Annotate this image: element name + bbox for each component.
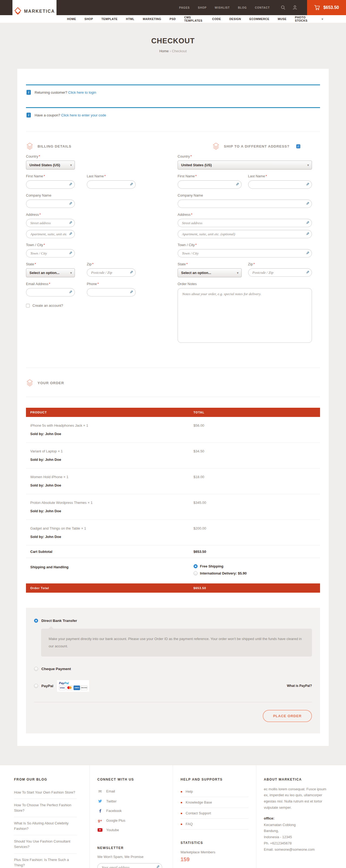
cart-button[interactable]: $653.50 [307, 0, 346, 15]
billing-zip-input[interactable] [87, 268, 136, 277]
email-link[interactable]: ✉ Email [97, 786, 165, 797]
order-notes-textarea[interactable] [178, 288, 312, 343]
top-nav-contact[interactable]: CONTACT [255, 6, 270, 9]
subnav-html[interactable]: HTML [126, 17, 134, 21]
twitter-link[interactable]: Twitter [97, 797, 165, 806]
user-icon[interactable] [292, 5, 297, 10]
radio-selected-icon[interactable] [34, 619, 38, 623]
international-delivery-option[interactable]: International Delivery: $5.90 [194, 571, 316, 575]
layers-icon [212, 143, 220, 150]
shipping-state-select[interactable]: Select an option... ▼ [178, 268, 242, 277]
billing-company-input[interactable] [26, 199, 75, 208]
breadcrumb-separator: › [170, 49, 171, 53]
subnav-template[interactable]: TEMPLATE [101, 17, 117, 21]
top-nav-wishlist[interactable]: WISHLIST [215, 6, 230, 9]
mastercard-icon [66, 685, 73, 690]
subnav-cms-templates[interactable]: CMS TEMPLATES [184, 16, 204, 22]
subnav-design[interactable]: DESIGN [229, 17, 241, 21]
billing-last-name-input[interactable] [87, 180, 136, 189]
google-plus-link[interactable]: g+ Google Plus [97, 816, 165, 825]
subnav-muse[interactable]: MUSE [278, 17, 286, 21]
subnav-shop[interactable]: SHOP [84, 17, 93, 21]
billing-first-name-input[interactable] [26, 180, 75, 189]
brand-logo[interactable]: MARKETICA [12, 0, 57, 23]
youtube-link[interactable]: Youtube [97, 825, 165, 835]
blog-post-link[interactable]: How To Choose The Perfect Fashion Store? [14, 799, 77, 817]
subnav-code[interactable]: CODE [212, 17, 221, 21]
zip-label: Zip* [87, 262, 136, 266]
contact-support-link[interactable]: ▪Contact Support [180, 808, 248, 819]
required-mark: * [39, 213, 41, 217]
top-nav-blog[interactable]: BLOG [238, 6, 247, 9]
help-link[interactable]: ▪Help [180, 786, 248, 797]
info-icon: i [27, 90, 31, 95]
product-name: iPhone 5s with Headphones Jack × 1 [30, 424, 185, 428]
login-link[interactable]: Click here to login [68, 90, 96, 94]
billing-apartment-input[interactable] [26, 230, 75, 238]
your-order-section: YOUR ORDER PRODUCT TOTAL iPhone 5s with … [26, 368, 320, 734]
connect-title: CONNECT WITH US [97, 778, 165, 781]
shipping-zip-input[interactable] [248, 268, 312, 277]
required-mark: * [44, 174, 45, 178]
billing-country-select[interactable]: United States (US) ▼ [26, 160, 75, 169]
create-account-checkbox[interactable] [26, 304, 30, 308]
subtotal-label: Cart Subtotal [26, 546, 189, 558]
page: MARKETICA PAGES SHOP WISHLIST BLOG CONTA… [0, 0, 346, 868]
subnav-ecommerce[interactable]: ECOMMERCE [249, 17, 270, 21]
col-product: PRODUCT [26, 408, 189, 417]
method-label: PayPal [41, 684, 53, 688]
newsletter-email-input[interactable] [97, 863, 162, 868]
blog-post-link[interactable]: How To Start Your Own Fashion Store? [14, 786, 77, 799]
subnav-photo-stocks[interactable]: PHOTO STOCKS [295, 16, 313, 22]
shipping-last-name-input[interactable] [248, 180, 312, 189]
search-icon[interactable] [281, 5, 285, 10]
shipping-town-input[interactable] [178, 249, 312, 257]
place-order-button[interactable]: PLACE ORDER [263, 710, 312, 722]
required-mark: * [49, 282, 50, 286]
subnav-home[interactable]: HOME [67, 17, 76, 21]
billing-email-input[interactable] [26, 288, 75, 297]
coupon-link[interactable]: Click here to enter your code [61, 113, 106, 117]
table-row: Variant of Laptop × 1 Sold by: John Doe … [26, 443, 320, 468]
billing-heading: BILLING DETAILS [26, 143, 71, 150]
shipping-apartment-input[interactable] [178, 230, 312, 238]
what-is-paypal-link[interactable]: What is PayPal? [287, 684, 312, 688]
radio-icon[interactable] [34, 684, 38, 688]
address-line: Ph. +6212345678 [264, 840, 332, 847]
billing-state-select[interactable]: Select an option... ▼ [26, 268, 75, 277]
faq-link[interactable]: ▪FAQ [180, 819, 248, 830]
table-row: iPhone 5s with Headphones Jack × 1 Sold … [26, 417, 320, 443]
facebook-link[interactable]: Facebook [97, 806, 165, 816]
shipping-country-select[interactable]: United States (US) ▼ [178, 160, 312, 169]
bank-transfer-option[interactable]: Direct Bank Transfer [34, 619, 312, 623]
shipping-company-input[interactable] [178, 199, 312, 208]
shipping-first-name-input[interactable] [178, 180, 242, 189]
knowledge-base-link[interactable]: ▪Knowledge Base [180, 797, 248, 808]
payment-footer: PLACE ORDER [34, 702, 312, 722]
top-nav-pages[interactable]: PAGES [179, 6, 190, 9]
billing-town-input[interactable] [26, 249, 75, 257]
breadcrumb-home[interactable]: Home [159, 49, 169, 53]
ship-different-checkbox[interactable]: ✓ [296, 144, 300, 148]
blog-post-link[interactable]: What Is So Alluring About Celebrity Fash… [14, 817, 77, 835]
radio-icon[interactable] [194, 571, 198, 575]
billing-street-input[interactable] [26, 219, 75, 227]
blog-post-link[interactable]: Plus Size Fashion: Is There Such a Thing… [14, 854, 77, 868]
top-nav-shop[interactable]: SHOP [198, 6, 207, 9]
order-total-row: Order Total $653.50 [26, 584, 320, 593]
billing-phone-input[interactable] [87, 288, 136, 297]
shipping-street-input[interactable] [178, 219, 312, 227]
free-shipping-option[interactable]: Free Shipping [194, 564, 316, 568]
radio-icon[interactable] [34, 667, 38, 671]
subnav-psd[interactable]: PSD [170, 17, 176, 21]
paypal-option[interactable]: PayPal [34, 684, 53, 688]
name-fields-row: First Name* ✎ Last Name* ✎ [178, 169, 312, 189]
twitter-icon [97, 800, 103, 803]
subnav-marketing[interactable]: MARKETING [143, 17, 161, 21]
town-label: Town / City* [178, 243, 312, 247]
cheque-payment-option[interactable]: Cheque Payment [34, 667, 312, 671]
blog-post-link[interactable]: Should You Use Fashion Consultant Servic… [14, 835, 77, 854]
facebook-icon [97, 809, 103, 813]
radio-selected-icon[interactable] [194, 564, 198, 568]
more-categories-icon[interactable]: » [321, 18, 325, 20]
